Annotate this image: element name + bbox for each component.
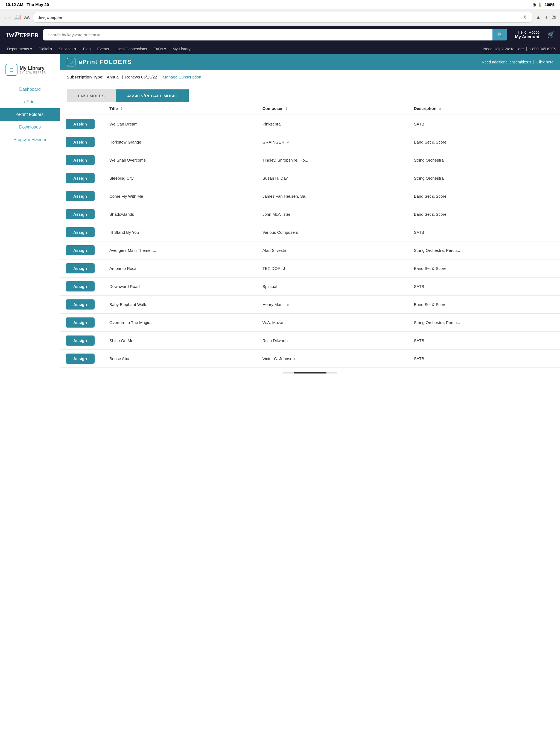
sidebar-item-eprint-folders[interactable]: ePrint Folders (0, 108, 60, 121)
eprint-notice: Need additional ensembles?! | Click here (482, 60, 554, 64)
nav-item-local-connections[interactable]: Local Connections (113, 44, 150, 54)
composer-cell: GRAINGER, P (257, 133, 408, 151)
title-cell: I'll Stand By You (104, 223, 257, 241)
url-bar[interactable]: dev-jwpepper ↻ (33, 12, 532, 23)
tab-assign-recall[interactable]: ASSIGN/RECALL MUSIC (116, 89, 189, 102)
table-row: Assign Overture to The Magic ... W.A. Mo… (60, 314, 560, 332)
nav-item-blog[interactable]: Blog (80, 44, 93, 54)
assign-cell: Assign (60, 332, 104, 350)
table-row: Assign Bonse Aba Victor C. Johnson SATB (60, 350, 560, 368)
assign-cell: Assign (60, 350, 104, 368)
browser-aa-label[interactable]: AA (24, 15, 29, 19)
description-cell: String Orchestra, Percu... (408, 314, 560, 332)
description-cell: String Orchestra, Percu... (408, 241, 560, 259)
status-date: Thu May 20 (27, 2, 49, 7)
sidebar-item-program-planner[interactable]: Program Planner (0, 133, 60, 146)
search-bar: 🔍 (43, 29, 507, 41)
assign-button[interactable]: Assign (66, 119, 95, 129)
assign-cell: Assign (60, 151, 104, 169)
nav-help-text: Need Help? We're Here | 1.800.345.6296 (483, 47, 556, 51)
new-tab-icon[interactable]: + (545, 14, 548, 21)
nav-item-my-library[interactable]: My Library (170, 44, 193, 54)
description-cell: SATB (408, 223, 560, 241)
nav-bar: Departments ▾ Digital ▾ Services ▾ Blog … (0, 44, 560, 54)
refresh-icon[interactable]: ↻ (524, 14, 528, 20)
assign-button[interactable]: Assign (66, 281, 95, 291)
assign-button[interactable]: Assign (66, 191, 95, 201)
title-cell: Avengers Main Theme, ... (104, 241, 257, 259)
description-cell: SATB (408, 115, 560, 133)
assign-cell: Assign (60, 259, 104, 278)
sidebar-item-eprint[interactable]: ePrint (0, 96, 60, 108)
assign-button[interactable]: Assign (66, 354, 95, 364)
account-section[interactable]: Hello, Rocco My Account (515, 30, 539, 40)
title-cell: Baby Elephant Walk (104, 295, 257, 314)
description-cell: Band Set & Score (408, 259, 560, 278)
assign-button[interactable]: Assign (66, 155, 95, 165)
assign-button[interactable]: Assign (66, 137, 95, 147)
assign-cell: Assign (60, 314, 104, 332)
composer-sort-icon: ⇕ (285, 107, 288, 111)
sidebar-item-downloads[interactable]: Downloads (0, 121, 60, 133)
nav-item-faqs[interactable]: FAQs ▾ (151, 44, 169, 54)
nav-item-digital[interactable]: Digital ▾ (36, 44, 55, 54)
tabs-icon[interactable]: ⧉ (552, 14, 556, 21)
assign-button[interactable]: Assign (66, 245, 95, 255)
browser-back-button[interactable]: ‹ (4, 14, 6, 21)
table-row: Assign Sleeping City Susan H. Day String… (60, 169, 560, 187)
table-row: Assign Shadowlands John McAllister Band … (60, 205, 560, 223)
col-header-action (60, 102, 104, 115)
composer-cell: Spiritual (257, 278, 408, 295)
description-cell: SATB (408, 350, 560, 368)
nav-item-services[interactable]: Services ▾ (56, 44, 79, 54)
cart-icon[interactable]: 🛒 (547, 31, 555, 38)
manage-subscription-link[interactable]: Manage Subscription (163, 75, 201, 79)
description-cell: String Orchestra (408, 151, 560, 169)
search-button[interactable]: 🔍 (492, 29, 507, 41)
col-header-composer[interactable]: Composer ⇕ (257, 102, 408, 115)
nav-item-events[interactable]: Events (94, 44, 111, 54)
assign-cell: Assign (60, 223, 104, 241)
battery-label: 100% (545, 2, 555, 7)
title-cell: Amparito Roca (104, 259, 257, 278)
assign-button[interactable]: Assign (66, 317, 95, 328)
composer-cell: Rollo Dilworth (257, 332, 408, 350)
assign-button[interactable]: Assign (66, 209, 95, 219)
main-content: □ ePrint FOLDERS Need additional ensembl… (60, 54, 560, 747)
assign-button[interactable]: Assign (66, 300, 95, 310)
sidebar-logo-sub: BY: J.W. PEPPER (20, 71, 46, 74)
table-row: Assign Horkstow Grange GRAINGER, P Band … (60, 133, 560, 151)
browser-forward-button[interactable]: › (8, 14, 10, 21)
col-header-description[interactable]: Description ⇕ (408, 102, 560, 115)
tab-ensembles[interactable]: ENSEMBLES (67, 89, 116, 102)
description-cell: String Orchestra (408, 169, 560, 187)
composer-cell: James Van Heusen, Sa... (257, 187, 408, 205)
my-account-label: My Account (515, 34, 539, 40)
search-input[interactable] (43, 30, 492, 40)
assign-button[interactable]: Assign (66, 335, 95, 345)
nav-item-departments[interactable]: Departments ▾ (4, 44, 35, 54)
eprint-notice-link[interactable]: Click here (536, 60, 554, 64)
assign-button[interactable]: Assign (66, 227, 95, 237)
assign-cell: Assign (60, 278, 104, 295)
composer-cell: TEXIDOR, J (257, 259, 408, 278)
col-header-title[interactable]: Title ⇕ (104, 102, 257, 115)
share-icon[interactable]: ▲ (536, 14, 541, 21)
assign-cell: Assign (60, 241, 104, 259)
battery-icon: 🔋 (538, 2, 542, 7)
sidebar: □ My Library BY: J.W. PEPPER Dashboard e… (0, 54, 60, 747)
description-cell: Band Set & Score (408, 205, 560, 223)
subscription-renew: Renews 05/13/22 (125, 75, 157, 79)
title-cell: We Can Dream (104, 115, 257, 133)
description-cell: Band Set & Score (408, 133, 560, 151)
table-row: Assign Baby Elephant Walk Henry Mancini … (60, 295, 560, 314)
sidebar-item-dashboard[interactable]: Dashboard (0, 83, 60, 96)
assign-button[interactable]: Assign (66, 263, 95, 274)
title-cell: Downward Road (104, 278, 257, 295)
scroll-thumb (294, 372, 327, 374)
scroll-indicator (283, 372, 337, 374)
assign-cell: Assign (60, 133, 104, 151)
wifi-icon: ◎ (532, 2, 536, 7)
assign-button[interactable]: Assign (66, 173, 95, 183)
assign-cell: Assign (60, 187, 104, 205)
